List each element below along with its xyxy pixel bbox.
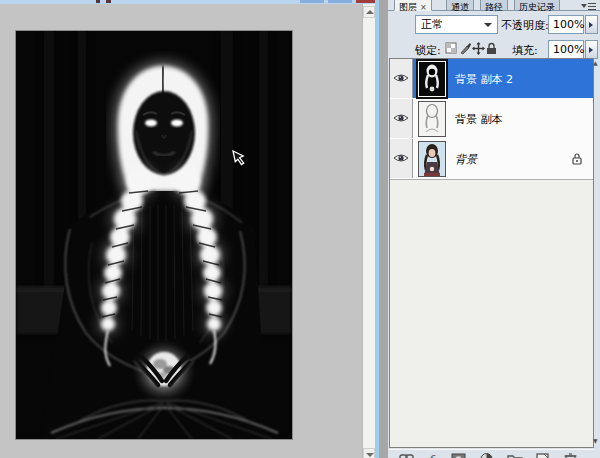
photoshop-workspace: 图层× 通道 路径 历史记录 正常 不透明度: 100% 锁定: — [0, 0, 600, 458]
close-button-fragment[interactable] — [356, 0, 375, 3]
layer-row-background-copy-2[interactable]: 背景 副本 2 — [390, 59, 593, 100]
opacity-label: 不透明度: — [501, 18, 549, 33]
titlebar-text-fragment — [106, 0, 111, 3]
blend-mode-select[interactable]: 正常 — [415, 15, 498, 34]
layer-row-background[interactable]: 背景 — [390, 139, 593, 180]
list-scroll-down-icon[interactable]: ▼ — [593, 438, 600, 444]
layer-row-background-copy[interactable]: 背景 副本 — [390, 99, 593, 140]
tab-channels-label: 通道 — [451, 2, 469, 12]
layer-thumbnail[interactable] — [418, 101, 446, 137]
eye-icon[interactable] — [393, 112, 409, 124]
maximize-button-fragment[interactable] — [328, 0, 352, 3]
eye-icon[interactable] — [393, 152, 409, 164]
layer-name: 背景 — [455, 152, 477, 167]
layer-mask-icon[interactable] — [451, 452, 467, 458]
tab-channels[interactable]: 通道 — [446, 0, 474, 11]
layer-row-body[interactable]: 背景 — [413, 139, 593, 178]
spinner-arrow-icon — [589, 22, 593, 28]
visibility-cell — [390, 139, 413, 178]
lock-transparency-icon[interactable] — [445, 42, 458, 55]
layer-row-body[interactable]: 背景 副本 2 — [413, 59, 593, 98]
new-layer-icon[interactable] — [535, 452, 551, 458]
fill-value: 100% — [553, 43, 584, 56]
tab-paths[interactable]: 路径 — [480, 0, 508, 11]
titlebar-text-fragment — [96, 0, 100, 3]
layers-panel: 图层× 通道 路径 历史记录 正常 不透明度: 100% 锁定: — [388, 0, 600, 458]
layers-list: 背景 副本 2 背景 副本 — [389, 58, 594, 448]
visibility-cell — [390, 99, 413, 138]
layer-row-body[interactable]: 背景 副本 — [413, 99, 593, 138]
lock-position-icon[interactable] — [472, 42, 485, 55]
new-group-icon[interactable] — [507, 452, 523, 458]
fill-field[interactable]: 100% — [548, 40, 584, 59]
scroll-up-button[interactable] — [363, 6, 375, 18]
panel-menu-icon[interactable] — [581, 2, 596, 10]
tab-close-icon[interactable]: × — [420, 3, 427, 12]
visibility-cell — [390, 59, 413, 98]
blend-mode-value: 正常 — [421, 18, 443, 31]
lock-all-icon[interactable] — [485, 42, 498, 55]
list-scroll-up-icon[interactable]: ▲ — [593, 60, 600, 66]
adjustment-layer-icon[interactable] — [479, 452, 495, 458]
spinner-arrow-icon — [589, 47, 593, 53]
tab-layers[interactable]: 图层× — [394, 0, 432, 11]
scroll-up-icon — [366, 10, 374, 14]
svg-text:f: f — [428, 453, 436, 458]
fill-spinner[interactable] — [585, 40, 598, 59]
eye-icon[interactable] — [393, 72, 409, 84]
tab-layers-label: 图层 — [399, 2, 417, 12]
scroll-down-button[interactable] — [363, 448, 375, 458]
tab-history-label: 历史记录 — [519, 2, 555, 12]
fill-label: 填充: — [512, 43, 538, 58]
lock-paint-icon[interactable] — [459, 42, 472, 55]
opacity-field[interactable]: 100% — [548, 15, 584, 34]
opacity-spinner[interactable] — [585, 15, 598, 34]
document-window — [0, 4, 362, 458]
layer-thumbnail[interactable] — [418, 61, 446, 97]
document-canvas[interactable] — [15, 30, 293, 440]
inverted-portrait-artwork — [16, 31, 292, 439]
lock-label: 锁定: — [415, 43, 441, 58]
layer-name: 背景 副本 2 — [455, 72, 513, 87]
tab-history[interactable]: 历史记录 — [514, 0, 560, 11]
layer-thumbnail[interactable] — [418, 141, 446, 177]
chevron-down-icon — [484, 23, 492, 27]
opacity-value: 100% — [553, 18, 584, 31]
panel-bottom-toolbar: f — [389, 449, 594, 458]
tab-paths-label: 路径 — [485, 2, 503, 12]
link-layers-icon[interactable] — [399, 452, 415, 458]
panel-gap — [379, 0, 388, 458]
delete-layer-icon[interactable] — [563, 452, 579, 458]
layer-name: 背景 副本 — [455, 112, 503, 127]
layer-lock-icon — [571, 152, 583, 165]
layer-style-icon[interactable]: f — [425, 452, 441, 458]
scroll-down-icon — [366, 453, 374, 457]
minimize-button-fragment[interactable] — [300, 0, 324, 3]
canvas-vertical-scrollbar[interactable] — [362, 4, 376, 458]
